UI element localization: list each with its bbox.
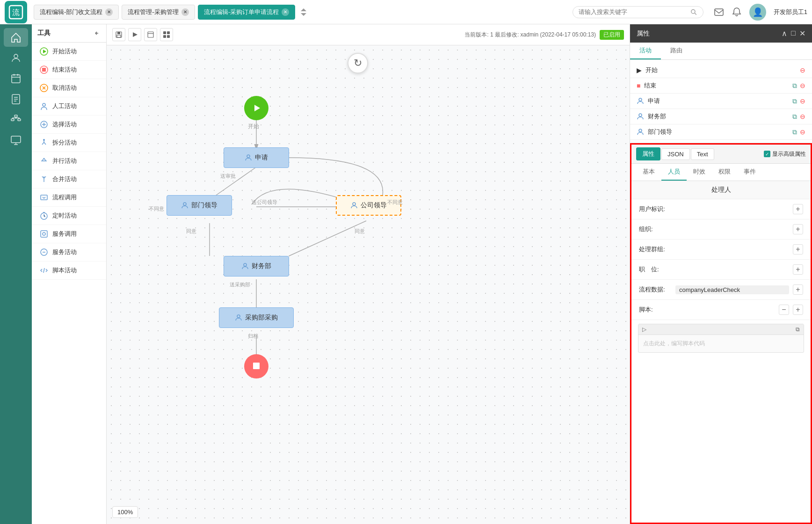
home-icon (10, 32, 22, 43)
tool-select[interactable]: 选择活动 (32, 116, 106, 134)
inner-tab-basic[interactable]: 基本 (636, 164, 661, 181)
inner-tabs: 基本 人员 时效 权限 事件 (631, 164, 811, 181)
bell-icon[interactable] (732, 7, 742, 17)
sub-tab-text[interactable]: Text (691, 148, 714, 160)
show-advanced-toggle[interactable]: ✓ 显示高级属性 (764, 150, 806, 158)
sub-tab-json[interactable]: JSON (661, 148, 690, 160)
activity-item-start[interactable]: ▶ 开始 ⊖ (630, 63, 812, 78)
props-collapse-icon[interactable]: ∧ (782, 29, 787, 38)
handler-group-add-btn[interactable]: + (793, 244, 803, 255)
tool-service-activity[interactable]: 服务活动 (32, 243, 106, 262)
inner-tab-perm[interactable]: 权限 (712, 164, 737, 181)
end-copy-btn[interactable]: ⧉ (792, 82, 797, 90)
inner-tab-time[interactable]: 时效 (687, 164, 712, 181)
props-window-icon[interactable]: □ (791, 29, 796, 38)
activity-item-finance[interactable]: 财务部 ⧉ ⊖ (630, 109, 812, 124)
script-add-btn[interactable]: + (793, 305, 803, 315)
tool-start[interactable]: 开始活动 (32, 43, 106, 61)
tab-1[interactable]: 流程编辑-部门收文流程 ✕ (34, 5, 119, 20)
svg-rect-4 (715, 9, 723, 15)
dept-delete-btn[interactable]: ⊖ (800, 128, 805, 136)
tab-route[interactable]: 路由 (661, 43, 692, 59)
inner-tab-person[interactable]: 人员 (661, 164, 687, 181)
script-minus-btn[interactable]: − (779, 305, 789, 315)
script-placeholder[interactable]: 点击此处，编写脚本代码 (638, 335, 804, 352)
apply-delete-btn[interactable]: ⊖ (800, 97, 805, 105)
apply-node[interactable]: 申请 (224, 147, 289, 168)
sidebar-item-calendar[interactable] (4, 69, 28, 88)
show-advanced-label: 显示高级属性 (772, 150, 806, 158)
tool-human[interactable]: 人工活动 (32, 97, 106, 116)
service-call-icon (39, 229, 49, 239)
start-delete-btn[interactable]: ⊖ (800, 66, 805, 74)
purchase-node[interactable]: 采购部采购 (219, 307, 294, 328)
tab-2[interactable]: 流程管理-采购管理 ✕ (122, 5, 195, 20)
message-icon[interactable] (714, 7, 724, 17)
tab-3[interactable]: 流程编辑-采购订单申请流程 ✕ (198, 5, 295, 20)
tab-1-close[interactable]: ✕ (105, 8, 113, 16)
props-close-icon[interactable]: ✕ (799, 29, 805, 38)
sidebar-item-report[interactable] (4, 90, 28, 109)
sub-tab-props-label: 属性 (642, 150, 654, 157)
start-node[interactable] (244, 96, 268, 120)
svg-rect-47 (253, 363, 260, 369)
tab-1-label: 流程编辑-部门收文流程 (40, 8, 102, 16)
flow-data-value: companyLeaderCheck (675, 285, 789, 294)
tool-timer[interactable]: 定时活动 (32, 207, 106, 225)
app-logo[interactable]: 流 (5, 1, 27, 23)
tools-panel: 工具 开始活动 结束活动 取消活动 人工活动 (32, 24, 107, 524)
refresh-button[interactable]: ↻ (348, 53, 368, 73)
position-add-btn[interactable]: + (793, 264, 803, 275)
search-input[interactable] (579, 8, 687, 15)
run-btn[interactable] (128, 28, 141, 41)
tab-2-close[interactable]: ✕ (181, 8, 189, 16)
end-delete-btn[interactable]: ⊖ (800, 82, 805, 90)
sidebar-item-user[interactable] (4, 49, 28, 67)
finance-delete-btn[interactable]: ⊖ (800, 113, 805, 121)
tool-merge[interactable]: 合并活动 (32, 170, 106, 189)
window-btn[interactable] (144, 28, 157, 41)
tool-flow-call[interactable]: 流程调用 (32, 189, 106, 207)
canvas-area: 当前版本: 1 最后修改: xadmin (2022-04-17 05:00:1… (107, 24, 630, 524)
dept-leader-node[interactable]: 部门领导 (167, 195, 232, 216)
tool-split[interactable]: 拆分活动 (32, 134, 106, 152)
activity-item-end[interactable]: ■ 结束 ⧉ ⊖ (630, 78, 812, 94)
apply-copy-btn[interactable]: ⧉ (792, 97, 797, 105)
show-advanced-checkbox[interactable]: ✓ (764, 151, 770, 157)
end-node[interactable] (244, 354, 268, 378)
canvas-content[interactable]: ↻ (107, 45, 630, 524)
search-bar[interactable] (573, 6, 703, 18)
sidebar-item-home[interactable] (4, 28, 28, 47)
finance-node[interactable]: 财务部 (224, 256, 289, 277)
tab-nav[interactable] (300, 7, 307, 17)
script-copy-icon[interactable]: ⧉ (796, 326, 800, 333)
group-add-btn[interactable]: + (793, 224, 803, 234)
flow-data-add-btn[interactable]: + (793, 284, 803, 295)
tab-3-close[interactable]: ✕ (282, 8, 289, 16)
finance-copy-btn[interactable]: ⧉ (792, 113, 797, 121)
sidebar-item-monitor[interactable] (4, 131, 28, 150)
userid-add-btn[interactable]: + (793, 204, 803, 214)
activity-item-dept-leader[interactable]: 部门领导 ⧉ ⊖ (630, 124, 812, 140)
collapse-icon[interactable] (93, 29, 101, 37)
inner-tab-event[interactable]: 事件 (737, 164, 762, 181)
layout-btn[interactable] (160, 28, 173, 41)
top-right-icons: 👤 开发部员工1 (714, 4, 807, 21)
tool-script[interactable]: 脚本活动 (32, 262, 106, 280)
sub-tab-props[interactable]: 属性 (636, 147, 660, 160)
tool-service-call[interactable]: 服务调用 (32, 225, 106, 243)
tool-parallel[interactable]: 并行活动 (32, 152, 106, 170)
activity-list: ▶ 开始 ⊖ ■ 结束 ⧉ ⊖ 申请 (630, 60, 812, 143)
tool-end[interactable]: 结束活动 (32, 61, 106, 79)
handler-section: 处理人 用户标识: + 组织: + 处理群组: + (631, 181, 811, 353)
sidebar-item-org[interactable] (4, 110, 28, 129)
tab-activity[interactable]: 活动 (630, 43, 661, 59)
script-editor-area[interactable]: ▷ ⧉ 点击此处，编写脚本代码 (638, 324, 804, 353)
save-btn[interactable] (112, 28, 125, 41)
tool-cancel[interactable]: 取消活动 (32, 79, 106, 97)
handler-group-label: 处理群组: (639, 245, 672, 254)
activity-item-apply[interactable]: 申请 ⧉ ⊖ (630, 94, 812, 109)
tab-route-label: 路由 (670, 47, 682, 54)
select-icon (39, 120, 49, 129)
dept-copy-btn[interactable]: ⧉ (792, 128, 797, 136)
